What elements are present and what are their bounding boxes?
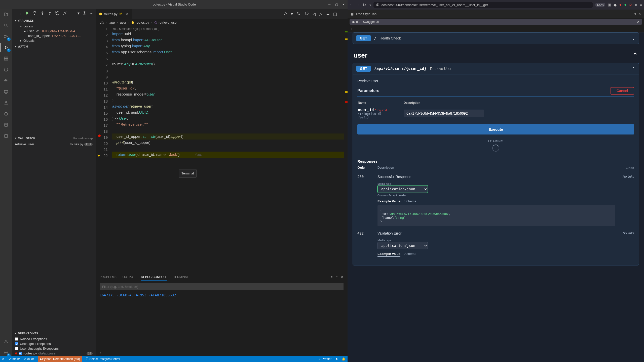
scm-icon[interactable]: 1	[3, 33, 10, 40]
remote-indicator[interactable]: ✕	[2, 357, 5, 361]
debug-filter-input[interactable]	[100, 283, 344, 290]
close-btab-icon[interactable]: ✕	[637, 20, 639, 24]
revert-icon[interactable]	[305, 11, 309, 17]
user-id-input[interactable]	[404, 110, 484, 117]
sync-indicator[interactable]: ⟳ 0↓ 0↑	[24, 357, 34, 361]
ext3-icon[interactable]: ●	[619, 3, 622, 7]
tab-terminal[interactable]: TERMINAL	[173, 275, 189, 280]
continue-icon[interactable]	[25, 11, 30, 16]
search-icon[interactable]	[3, 22, 10, 29]
tab-debug-console[interactable]: DEBUG CONSOLE	[141, 275, 167, 281]
bell-icon[interactable]: 🔔	[342, 357, 346, 361]
tree-icon[interactable]	[3, 132, 10, 140]
overflow-icon[interactable]: »	[635, 3, 637, 7]
close-panel-icon[interactable]: ✕	[341, 275, 344, 280]
bp-raised[interactable]: Raised Exceptions	[12, 337, 96, 341]
forward-icon[interactable]: →	[356, 3, 360, 7]
account-icon[interactable]	[3, 338, 10, 345]
code-editor[interactable]: You, 5 minutes ago | 1 author (You) 1234…	[96, 26, 348, 273]
step-out-icon[interactable]	[47, 11, 52, 16]
breakpoints-header[interactable]: ▾BREAKPOINTS	[12, 330, 96, 337]
extensions-icon[interactable]	[3, 55, 10, 62]
variables-header[interactable]: ▾VARIABLES	[12, 17, 96, 24]
wrap-icon[interactable]: ≡	[331, 275, 332, 280]
close-icon[interactable]: ✕	[342, 3, 346, 7]
browser-tab[interactable]: ◉ dfa - Swagger UI ✕	[350, 19, 642, 25]
cancel-button[interactable]: Cancel	[611, 87, 634, 95]
remote-icon[interactable]	[3, 66, 10, 73]
stack-frame[interactable]: retrieve_user routes.py 21:1	[12, 142, 96, 147]
settings-icon[interactable]: 1	[3, 349, 10, 356]
branch-indicator[interactable]: ⎇ main*	[8, 357, 20, 361]
more-icon[interactable]: ⋯	[90, 11, 94, 16]
tree-style-tab-header[interactable]: ▦ Tree Style Tab ▾ ✕	[348, 10, 644, 18]
ext5-icon[interactable]: ⊘	[629, 3, 632, 7]
chevron-up-icon[interactable]: ⌃	[335, 275, 338, 280]
split-icon[interactable]: ◫	[333, 12, 337, 16]
debug-icon[interactable]: 1	[3, 44, 10, 51]
bp-user-uncaught[interactable]: User Uncaught Exceptions	[12, 346, 96, 351]
breadcrumb[interactable]: dfa› app› user› ⬢routes.py› ⬡retrieve_us…	[96, 19, 348, 26]
bp-uncaught[interactable]: Uncaught Exceptions	[12, 341, 96, 346]
close-tst-icon[interactable]: ✕	[638, 12, 641, 16]
feedback-icon[interactable]: ☻	[335, 357, 338, 361]
editor-tab[interactable]: ⬢ routes.py M ✕	[96, 9, 132, 19]
postgres-indicator[interactable]: 🗄 Select Postgres Server	[86, 357, 120, 361]
maximize-icon[interactable]: ▢	[334, 3, 338, 7]
zoom-badge[interactable]: 120%	[595, 3, 605, 7]
codelens[interactable]: You, 5 minutes ago | 1 author (You)	[96, 26, 348, 31]
monitor-icon[interactable]	[3, 88, 10, 95]
prettier-indicator[interactable]: ✓ Prettier	[318, 357, 331, 361]
scope-locals[interactable]: ▾Locals	[12, 24, 96, 29]
docker-icon[interactable]	[3, 77, 10, 84]
example-tab[interactable]: Example Value	[377, 199, 400, 204]
reload-icon[interactable]: ↻	[363, 3, 366, 7]
var-user-id[interactable]: ▸user_id: UUID('e6a7175f-3c6d-4…	[12, 29, 96, 33]
media-type-select[interactable]: application/json	[377, 185, 428, 193]
swagger-ui[interactable]: GET / Health Check ⌄ user ⌃ GET /api/v1/…	[348, 32, 644, 362]
schema-tab[interactable]: Schema	[404, 199, 416, 204]
explorer-icon[interactable]	[3, 11, 10, 18]
next-icon[interactable]: ▷	[319, 12, 322, 16]
config-dropdown[interactable]: ▾	[78, 11, 80, 16]
ext4-icon[interactable]: ●	[624, 3, 627, 7]
disconnect-icon[interactable]	[62, 11, 67, 16]
drag-handle-icon[interactable]: ⋮⋮	[14, 11, 22, 16]
step-over-icon[interactable]	[32, 11, 37, 16]
watch-header[interactable]: ▾WATCH	[12, 43, 96, 50]
menu-icon[interactable]: ≡	[640, 3, 642, 7]
retrieve-user-endpoint[interactable]: GET /api/v1/users/{user_id} Retrieve Use…	[353, 63, 639, 74]
back-icon[interactable]: ←	[350, 3, 354, 7]
url-bar[interactable]: 🛈 localhost:9000/api/docs#/user/retrieve…	[373, 2, 593, 8]
run-icon[interactable]	[283, 11, 287, 17]
breakpoint-marker[interactable]	[98, 134, 101, 137]
tab-output[interactable]: OUTPUT	[123, 275, 135, 280]
ext2-icon[interactable]: ◆	[614, 3, 617, 7]
step-into-icon[interactable]	[40, 11, 45, 16]
prev-icon[interactable]: ◁	[313, 12, 316, 16]
tag-user[interactable]: user ⌃	[353, 48, 639, 63]
test-icon[interactable]	[3, 99, 10, 106]
health-endpoint[interactable]: GET / Health Check ⌄	[353, 33, 639, 44]
tab-problems[interactable]: PROBLEMS	[100, 275, 117, 280]
close-tab-icon[interactable]: ✕	[126, 12, 129, 16]
debug-indicator[interactable]: ▶ Python: Remote Attach (dfa)	[38, 356, 82, 362]
run-dropdown-icon[interactable]: ▾	[291, 12, 293, 16]
media-type-select-422[interactable]: application/json	[377, 242, 428, 249]
db-icon[interactable]	[3, 121, 10, 128]
minimize-icon[interactable]: ─	[327, 3, 331, 7]
ext1-icon[interactable]: ⊞	[608, 3, 611, 7]
bp-file[interactable]: routes.py dfa/app/user18	[12, 351, 96, 356]
new-tab-icon[interactable]: +	[348, 26, 644, 32]
home-icon[interactable]: ⌂	[368, 3, 371, 7]
cloud-icon[interactable]: ☁	[326, 12, 330, 16]
more-editor-icon[interactable]: ⋯	[340, 12, 345, 16]
restart-icon[interactable]	[55, 11, 60, 16]
more-panel-icon[interactable]: ⋯	[195, 275, 198, 280]
execute-button[interactable]: Execute	[357, 124, 634, 134]
example-tab-422[interactable]: Example Value	[377, 252, 400, 257]
bookmark-icon[interactable]	[3, 110, 10, 117]
gear-icon[interactable]	[82, 11, 87, 16]
scm-nav-icon[interactable]	[296, 11, 301, 17]
var-user-id-upper[interactable]: user_id_upper: 'E6A7175F-3C6D-…	[12, 33, 96, 38]
